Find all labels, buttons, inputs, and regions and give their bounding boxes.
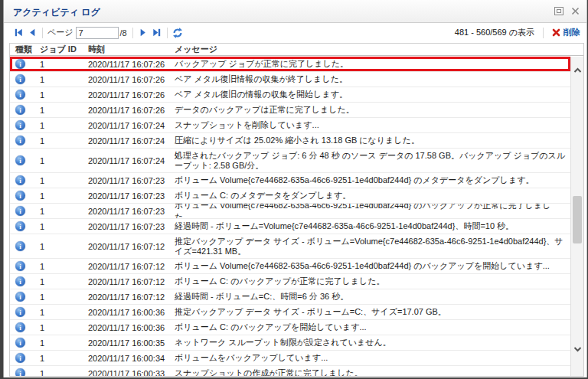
paging-toolbar: ページ /8 481 - 560/569 の表示 削除: [4, 23, 586, 42]
row-time: 2020/11/17 16:07:23: [88, 219, 175, 234]
row-message: データのバックアップは正常に完了しました。: [175, 103, 570, 117]
log-row[interactable]: i12020/11/17 16:07:24圧縮によりサイズは 25.02% 縮小…: [10, 133, 570, 149]
row-job-id: 1: [40, 133, 88, 148]
prev-page-icon[interactable]: [25, 26, 39, 40]
info-icon: i: [15, 59, 25, 69]
row-time: 2020/11/17 16:07:12: [88, 234, 175, 258]
row-type-cell: i: [10, 259, 40, 273]
titlebar: アクティビティ ログ: [4, 0, 586, 23]
log-row[interactable]: i12020/11/17 16:00:36推定バックアップ データ サイズ - …: [10, 305, 570, 320]
row-job-id: 1: [40, 72, 88, 87]
info-icon: i: [15, 368, 25, 376]
info-icon: i: [15, 338, 25, 348]
row-time: 2020/11/17 16:07:24: [88, 118, 175, 132]
log-row[interactable]: i12020/11/17 16:00:36ボリューム C: のバックアップを開始…: [10, 320, 570, 335]
log-row[interactable]: i12020/11/17 16:00:35ネットワーク スループット制限が設定さ…: [10, 335, 570, 351]
log-row[interactable]: i12020/11/17 16:07:26ベア メタル復旧の情報の収集を開始しま…: [10, 87, 570, 103]
row-message: ネットワーク スループット制限が設定されていません。: [175, 335, 570, 350]
row-message: ボリューム Volume{c7e44682-635a-46c6-9251-1e4…: [175, 259, 570, 273]
log-row[interactable]: i12020/11/17 16:07:24スナップショットを削除しています...: [10, 118, 570, 133]
row-message: スナップショットの作成が正常に完了しました。: [175, 366, 570, 376]
row-job-id: 1: [40, 188, 88, 203]
info-icon: i: [15, 120, 25, 130]
log-row[interactable]: i12020/11/17 16:07:12ボリューム C: のバックアップが正常…: [10, 274, 570, 289]
info-icon: i: [15, 276, 25, 286]
info-icon: i: [15, 241, 25, 251]
log-row[interactable]: i12020/11/17 16:07:23ボリューム Volume{c7e446…: [10, 204, 570, 219]
column-header-jobid[interactable]: ジョブ ID: [40, 44, 88, 55]
column-header-message[interactable]: メッセージ: [175, 44, 583, 55]
first-page-icon[interactable]: [11, 26, 25, 40]
scrollbar-thumb[interactable]: [573, 196, 582, 243]
row-job-id: 1: [40, 289, 88, 304]
log-row[interactable]: i12020/11/17 16:07:26データのバックアップは正常に完了しまし…: [10, 103, 570, 118]
log-row[interactable]: i12020/11/17 16:00:33スナップショットの作成が正常に完了しま…: [10, 366, 570, 376]
info-icon: i: [15, 191, 25, 201]
info-icon: i: [15, 206, 25, 216]
log-row[interactable]: i12020/11/17 16:00:34ボリュームをバックアップしています..…: [10, 351, 570, 366]
row-job-id: 1: [40, 87, 88, 102]
row-message: 処理されたバックアップ ジョブ: 6 分 48 秒 のソース データの 17.5…: [175, 149, 570, 172]
info-icon: i: [15, 261, 25, 271]
scroll-down-icon[interactable]: [573, 342, 583, 356]
row-type-cell: i: [10, 204, 40, 218]
log-grid: 種類 ジョブ ID 時刻 メッセージ i12020/11/17 16:07:26…: [9, 43, 584, 377]
row-time: 2020/11/17 16:07:26: [88, 103, 175, 117]
row-message: バックアップ ジョブが正常に完了しました。: [175, 57, 570, 71]
row-type-cell: i: [10, 118, 40, 132]
restore-window-icon[interactable]: [554, 5, 564, 16]
info-icon: i: [15, 175, 25, 185]
row-time: 2020/11/17 16:07:23: [88, 188, 175, 203]
row-message: ベア メタル復旧情報の収集が終了しました。: [175, 72, 570, 87]
log-row[interactable]: i12020/11/17 16:07:23経過時間 - ボリューム=Volume…: [10, 219, 570, 234]
next-page-icon[interactable]: [136, 26, 150, 40]
scroll-up-icon[interactable]: [573, 63, 583, 77]
row-message: 推定バックアップ データ サイズ - ボリューム=C:、サイズ=17.07 GB…: [175, 305, 570, 319]
row-time: 2020/11/17 16:07:12: [88, 274, 175, 289]
row-time: 2020/11/17 16:07:24: [88, 149, 175, 172]
dialog-title: アクティビティ ログ: [13, 6, 100, 19]
row-time: 2020/11/17 16:07:23: [88, 204, 175, 218]
page-label: ページ: [47, 27, 74, 38]
row-type-cell: i: [10, 351, 40, 365]
log-row[interactable]: i12020/11/17 16:07:23ボリューム C: のメタデータをダンプ…: [10, 188, 570, 204]
row-time: 2020/11/17 16:07:12: [88, 259, 175, 273]
row-type-cell: i: [10, 289, 40, 304]
row-type-cell: i: [10, 133, 40, 148]
close-icon[interactable]: [570, 5, 580, 16]
row-type-cell: i: [10, 335, 40, 350]
delete-button[interactable]: 削除: [552, 27, 580, 38]
toolbar-separator: [543, 28, 544, 38]
log-row[interactable]: i12020/11/17 16:07:24処理されたバックアップ ジョブ: 6 …: [10, 149, 570, 173]
last-page-icon[interactable]: [150, 26, 164, 40]
row-time: 2020/11/17 16:00:36: [88, 305, 175, 319]
row-type-cell: i: [10, 320, 40, 335]
row-time: 2020/11/17 16:07:26: [88, 57, 175, 71]
row-job-id: 1: [40, 234, 88, 258]
log-row[interactable]: i12020/11/17 16:07:12ボリューム Volume{c7e446…: [10, 259, 570, 274]
log-row[interactable]: i12020/11/17 16:07:23ボリューム Volume{c7e446…: [10, 173, 570, 188]
log-row[interactable]: i12020/11/17 16:07:26バックアップ ジョブが正常に完了しまし…: [10, 57, 570, 72]
row-message: ボリューム Volume{c7e44682-635a-46c6-9251-1e4…: [175, 173, 570, 188]
row-type-cell: i: [10, 305, 40, 319]
row-message: スナップショットを削除しています...: [175, 118, 570, 132]
info-icon: i: [15, 307, 25, 317]
activity-log-dialog: アクティビティ ログ ページ /8: [3, 0, 587, 377]
log-row[interactable]: i12020/11/17 16:07:26ベア メタル復旧情報の収集が終了しまし…: [10, 72, 570, 87]
page-input[interactable]: [76, 27, 119, 39]
row-job-id: 1: [40, 118, 88, 132]
vertical-scrollbar[interactable]: [570, 57, 583, 376]
delete-x-icon: [552, 28, 560, 37]
refresh-icon[interactable]: [171, 26, 185, 40]
row-time: 2020/11/17 16:07:24: [88, 133, 175, 148]
column-header-time[interactable]: 時刻: [88, 44, 175, 55]
row-job-id: 1: [40, 219, 88, 234]
info-icon: i: [15, 155, 25, 165]
row-type-cell: i: [10, 72, 40, 87]
log-row[interactable]: i12020/11/17 16:07:12推定バックアップ データ サイズ - …: [10, 234, 570, 259]
column-header-type[interactable]: 種類: [10, 44, 40, 55]
log-row[interactable]: i12020/11/17 16:07:12経過時間 - ボリューム=C:、時間=…: [10, 289, 570, 305]
toolbar-separator: [132, 28, 133, 38]
row-job-id: 1: [40, 204, 88, 218]
row-job-id: 1: [40, 173, 88, 188]
